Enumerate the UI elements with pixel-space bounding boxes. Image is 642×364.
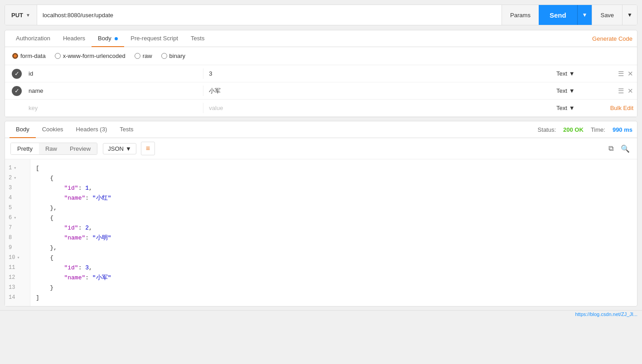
body-type-binary[interactable]: binary	[161, 53, 185, 59]
form-row-id: ✓ id 3 Text ▼ ☰ ✕	[5, 65, 637, 82]
row-new-key[interactable]: key	[25, 103, 203, 113]
row-new-type[interactable]: Text ▼	[556, 105, 602, 111]
line-num-8: 8	[5, 233, 30, 243]
row-id-checkbox[interactable]: ✓	[9, 69, 25, 79]
body-type-selector: form-data x-www-form-urlencoded raw bina…	[5, 47, 637, 65]
tab-tests[interactable]: Tests	[184, 30, 211, 47]
row-id-value[interactable]: 3	[203, 68, 556, 79]
row-id-menu-icon[interactable]: ☰	[618, 70, 624, 78]
row-name-actions: ☰ ✕	[602, 87, 633, 95]
response-panel: Body Cookies Headers (3) Tests Status: 2…	[5, 121, 637, 307]
row-name-type[interactable]: Text ▼	[556, 87, 602, 94]
body-type-form-data[interactable]: form-data	[12, 53, 46, 59]
format-tabs: Pretty Raw Preview	[10, 143, 97, 155]
code-line-11: "id": 3,	[36, 263, 632, 273]
tab-body[interactable]: Body	[92, 30, 124, 47]
line-num-2: 2▾	[5, 173, 30, 183]
response-toolbar: Pretty Raw Preview JSON ▼ ≡ ⧉ 🔍	[5, 138, 637, 159]
body-type-raw[interactable]: raw	[135, 53, 152, 59]
code-line-13: }	[36, 283, 632, 292]
row-id-actions: ☰ ✕	[602, 70, 633, 78]
row-name-check-icon: ✓	[12, 86, 22, 96]
save-dropdown-button[interactable]: ▼	[622, 5, 637, 25]
format-raw-button[interactable]: Raw	[39, 143, 63, 154]
time-label: Time:	[591, 126, 605, 133]
row-new-value[interactable]: value	[203, 103, 556, 113]
send-button-group: Send ▼	[539, 5, 592, 25]
status-value: 200 OK	[563, 126, 584, 133]
json-format-select[interactable]: JSON ▼	[103, 143, 136, 154]
line-num-6: 6▾	[5, 213, 30, 223]
code-line-14: ]	[36, 292, 632, 302]
code-line-10: {	[36, 253, 632, 263]
wrap-button[interactable]: ≡	[141, 142, 155, 155]
status-bar-url: https://blog.csdn.net/ZJ_JI...	[575, 311, 637, 317]
url-input[interactable]	[37, 5, 502, 25]
line-num-5: 5	[5, 203, 30, 213]
line-num-9: 9	[5, 243, 30, 253]
method-select[interactable]: PUT ▼	[5, 5, 37, 25]
bulk-edit-button[interactable]: Bulk Edit	[610, 105, 633, 111]
line-num-11: 11	[5, 263, 30, 273]
body-type-urlencoded[interactable]: x-www-form-urlencoded	[55, 53, 126, 59]
form-data-table: ✓ id 3 Text ▼ ☰ ✕ ✓ name 小军 Text ▼	[5, 65, 637, 117]
body-dot-indicator	[115, 37, 118, 40]
request-tabs: Authorization Headers Body Pre-request S…	[5, 30, 637, 47]
code-line-4: "name": "小红"	[36, 193, 632, 203]
line-num-1: 1▾	[5, 163, 30, 173]
method-chevron-icon: ▼	[26, 13, 30, 18]
line-num-4: 4	[5, 193, 30, 203]
code-line-3: "id": 1,	[36, 183, 632, 193]
form-row-new: key value Text ▼ Bulk Edit	[5, 100, 637, 117]
line-num-14: 14	[5, 292, 30, 302]
row-id-delete-icon[interactable]: ✕	[628, 70, 633, 78]
row-name-value[interactable]: 小军	[203, 85, 556, 97]
code-line-1: [	[36, 163, 632, 173]
line-num-10: 10▾	[5, 253, 30, 263]
row-id-type[interactable]: Text ▼	[556, 70, 602, 77]
code-line-6: {	[36, 213, 632, 223]
tab-pre-request[interactable]: Pre-request Script	[124, 30, 184, 47]
row-name-type-chevron: ▼	[569, 87, 575, 94]
code-line-12: "name": "小军"	[36, 273, 632, 283]
status-label: Status:	[538, 126, 556, 133]
save-button[interactable]: Save	[592, 5, 622, 25]
response-tab-tests[interactable]: Tests	[113, 121, 140, 138]
response-tab-body[interactable]: Body	[10, 121, 36, 138]
code-line-8: "name": "小明"	[36, 233, 632, 243]
send-button[interactable]: Send	[539, 5, 577, 25]
row-id-check-icon: ✓	[12, 69, 22, 79]
status-bar: https://blog.csdn.net/ZJ_JI...	[0, 310, 642, 318]
send-dropdown-button[interactable]: ▼	[577, 5, 592, 25]
time-value: 990 ms	[613, 126, 632, 133]
row-name-key[interactable]: name	[25, 86, 203, 96]
method-label: PUT	[11, 12, 23, 19]
params-button[interactable]: Params	[502, 5, 539, 25]
tab-authorization[interactable]: Authorization	[10, 30, 57, 47]
copy-button[interactable]: ⧉	[607, 143, 615, 155]
request-bar: PUT ▼ Params Send ▼ Save ▼	[5, 5, 637, 25]
code-line-5: },	[36, 203, 632, 213]
row-name-menu-icon[interactable]: ☰	[618, 87, 624, 95]
generate-code-button[interactable]: Generate Code	[592, 35, 632, 42]
line-num-7: 7	[5, 223, 30, 233]
search-button[interactable]: 🔍	[619, 143, 632, 155]
response-toolbar-actions: ⧉ 🔍	[607, 143, 632, 155]
code-content: [ { "id": 1, "name": "小红" }, { "id": 2, …	[30, 159, 637, 306]
format-preview-button[interactable]: Preview	[63, 143, 97, 154]
tab-headers[interactable]: Headers	[57, 30, 92, 47]
row-new-actions: Bulk Edit	[602, 105, 633, 111]
code-viewer: 1▾ 2▾ 3 4 5 6▾ 7 8 9 10▾ 11 12 13 14 [ {…	[5, 159, 637, 306]
format-pretty-button[interactable]: Pretty	[11, 143, 39, 154]
form-row-name: ✓ name 小军 Text ▼ ☰ ✕	[5, 82, 637, 100]
response-tab-headers[interactable]: Headers (3)	[70, 121, 114, 138]
code-line-7: "id": 2,	[36, 223, 632, 233]
row-name-delete-icon[interactable]: ✕	[628, 87, 633, 95]
row-name-checkbox[interactable]: ✓	[9, 86, 25, 96]
code-line-9: },	[36, 243, 632, 253]
row-id-key[interactable]: id	[25, 68, 203, 79]
row-new-type-chevron: ▼	[569, 105, 575, 111]
request-panel: Authorization Headers Body Pre-request S…	[5, 30, 637, 117]
response-tab-cookies[interactable]: Cookies	[36, 121, 70, 138]
json-chevron-icon: ▼	[126, 145, 131, 152]
